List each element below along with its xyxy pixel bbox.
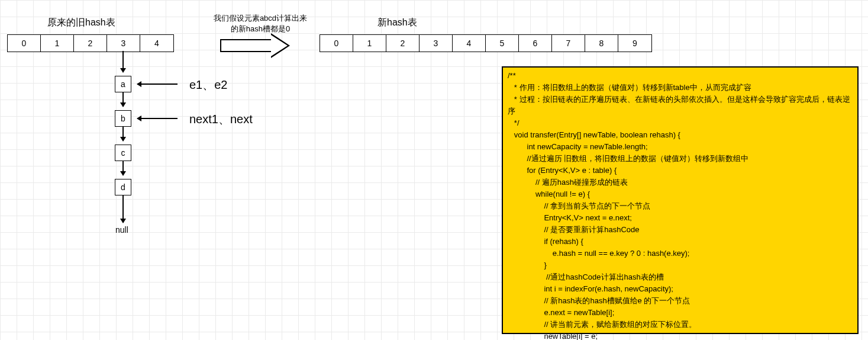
old-slot-0: 0 bbox=[8, 35, 41, 52]
new-slot-9: 9 bbox=[618, 35, 651, 52]
old-slot-3: 3 bbox=[107, 35, 140, 52]
old-slot-1: 1 bbox=[41, 35, 74, 52]
pointer-label-a: e1、e2 bbox=[189, 77, 228, 93]
old-slot-2: 2 bbox=[74, 35, 107, 52]
old-slot-4: 4 bbox=[140, 35, 173, 52]
arrow-c-to-d bbox=[122, 161, 124, 175]
new-slot-0: 0 bbox=[320, 35, 353, 52]
node-a: a bbox=[115, 76, 131, 92]
old-hash-table: 0 1 2 3 4 bbox=[7, 34, 174, 52]
new-slot-7: 7 bbox=[552, 35, 585, 52]
new-slot-6: 6 bbox=[519, 35, 552, 52]
arrow-a-to-b bbox=[122, 92, 124, 107]
note-line-2: 的新hash槽都是0 bbox=[231, 24, 290, 33]
assumption-note: 我们假设元素abcd计算出来 的新hash槽都是0 bbox=[207, 13, 314, 34]
node-c: c bbox=[115, 145, 131, 161]
note-line-1: 我们假设元素abcd计算出来 bbox=[214, 14, 307, 23]
new-hash-table: 0 1 2 3 4 5 6 7 8 9 bbox=[320, 34, 652, 52]
transfer-arrow bbox=[220, 33, 291, 58]
arrow-d-to-null bbox=[122, 195, 124, 223]
arrow-b-to-c bbox=[122, 127, 124, 141]
old-table-title: 原来的旧hash表 bbox=[47, 17, 115, 29]
code-box: /** * 作用：将旧数组上的数据（键值对）转移到新table中，从而完成扩容 … bbox=[502, 66, 859, 334]
new-table-title: 新hash表 bbox=[377, 17, 417, 29]
pointer-arrow-b bbox=[137, 118, 178, 119]
null-label: null bbox=[115, 225, 128, 235]
pointer-label-b: next1、next bbox=[189, 111, 253, 127]
pointer-arrow-a bbox=[137, 84, 178, 85]
node-b: b bbox=[115, 110, 131, 127]
new-slot-3: 3 bbox=[420, 35, 453, 52]
node-d: d bbox=[115, 179, 131, 195]
new-slot-4: 4 bbox=[453, 35, 486, 52]
new-slot-5: 5 bbox=[486, 35, 519, 52]
new-slot-8: 8 bbox=[585, 35, 618, 52]
new-slot-2: 2 bbox=[386, 35, 420, 52]
arrow-to-a bbox=[122, 51, 124, 72]
new-slot-1: 1 bbox=[353, 35, 386, 52]
